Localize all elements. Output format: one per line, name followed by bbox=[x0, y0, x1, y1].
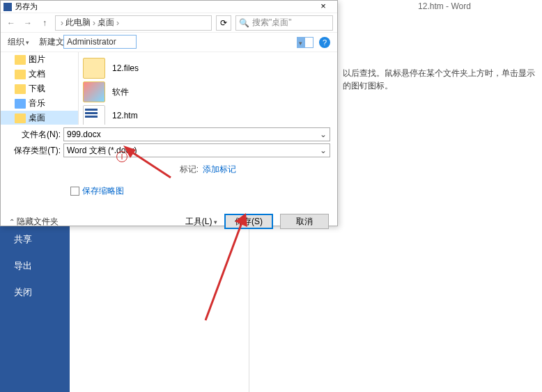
music-icon bbox=[15, 99, 26, 109]
file-item[interactable]: 软件 bbox=[83, 80, 333, 104]
tree-item-selected[interactable]: 桌面 bbox=[1, 111, 78, 125]
dialog-footer: 隐藏文件夹 工具(L) 保存(S) 取消 bbox=[1, 201, 337, 235]
save-form: 文件名(N): 999.docx 保存类型(T): Word 文档 (*.doc… bbox=[1, 125, 337, 201]
tools-menu[interactable]: 工具(L) bbox=[185, 216, 217, 228]
hide-folders-toggle[interactable]: 隐藏文件夹 bbox=[9, 216, 59, 228]
filetype-label: 保存类型(T): bbox=[8, 145, 63, 157]
folder-icon bbox=[15, 70, 26, 79]
folder-tree[interactable]: 图片 文档 下载 音乐 桌面 Win10 (C:) bbox=[1, 52, 79, 125]
forward-button[interactable]: → bbox=[22, 17, 34, 29]
folder-icon bbox=[83, 81, 105, 102]
dialog-titlebar: 另存为 × bbox=[1, 1, 337, 13]
save-thumbnail-checkbox[interactable] bbox=[70, 187, 79, 196]
save-button[interactable]: 保存(S) bbox=[224, 214, 273, 229]
hint-text: 以后查找。鼠标悬停在某个文件夹上方时，单击显示的图钉图标。 bbox=[343, 67, 538, 92]
nav-bar: ← → ↑ › 此电脑 › 桌面 › ⟳ 🔍 搜索"桌面" bbox=[1, 13, 337, 33]
dialog-title: 另存为 bbox=[15, 1, 312, 12]
toolbar: 组织 新建文件夹 Administrator ? bbox=[1, 33, 337, 52]
file-list[interactable]: 12.files 软件 12.htm bbox=[79, 52, 337, 125]
search-input[interactable]: 🔍 搜索"桌面" bbox=[235, 15, 333, 31]
breadcrumb-seg[interactable]: 桌面 bbox=[98, 17, 114, 29]
breadcrumb[interactable]: › 此电脑 › 桌面 › bbox=[55, 15, 212, 31]
folder-icon bbox=[83, 58, 105, 79]
search-placeholder: 搜索"桌面" bbox=[252, 17, 292, 29]
annotation-cursor-icon: I bbox=[116, 151, 127, 162]
add-tags-link[interactable]: 添加标记 bbox=[203, 164, 236, 175]
folder-icon bbox=[15, 55, 26, 65]
filetype-dropdown[interactable]: Word 文档 (*.docx) bbox=[63, 143, 330, 157]
svg-line-2 bbox=[206, 223, 242, 320]
close-button[interactable]: × bbox=[312, 1, 334, 13]
up-button[interactable]: ↑ bbox=[38, 17, 51, 29]
backstage-export[interactable]: 导出 bbox=[0, 253, 70, 279]
tree-item[interactable]: 文档 bbox=[1, 67, 78, 81]
folder-icon bbox=[15, 113, 26, 123]
file-item[interactable]: 12.files bbox=[83, 56, 333, 80]
document-icon bbox=[83, 105, 105, 125]
save-as-dialog: 另存为 × ← → ↑ › 此电脑 › 桌面 › ⟳ 🔍 搜索"桌面" 组织 新… bbox=[0, 0, 338, 226]
cancel-button[interactable]: 取消 bbox=[280, 214, 329, 229]
organize-menu[interactable]: 组织 bbox=[8, 36, 29, 48]
refresh-button[interactable]: ⟳ bbox=[216, 15, 231, 31]
tags-label: 标记: bbox=[8, 164, 203, 175]
file-browser: 图片 文档 下载 音乐 桌面 Win10 (C:) 12.files 软件 12… bbox=[1, 52, 337, 125]
tree-item[interactable]: 图片 bbox=[1, 52, 78, 67]
tree-item[interactable]: 下载 bbox=[1, 81, 78, 96]
app-icon bbox=[3, 3, 12, 11]
back-button[interactable]: ← bbox=[5, 17, 17, 29]
file-item[interactable]: 12.htm bbox=[83, 104, 333, 125]
view-toggle[interactable] bbox=[297, 37, 313, 48]
app-title: 12.htm - Word bbox=[347, 0, 542, 13]
filename-input[interactable]: 999.docx bbox=[63, 127, 330, 141]
help-icon[interactable]: ? bbox=[319, 37, 330, 48]
tree-item[interactable]: 音乐 bbox=[1, 96, 78, 111]
folder-icon bbox=[15, 84, 26, 94]
filename-label: 文件名(N): bbox=[8, 129, 63, 141]
search-icon: 🔍 bbox=[239, 18, 249, 28]
breadcrumb-seg[interactable]: 此电脑 bbox=[65, 17, 91, 29]
save-thumbnail-label[interactable]: 保存缩略图 bbox=[82, 185, 124, 197]
admin-field[interactable]: Administrator bbox=[63, 35, 137, 49]
backstage-close[interactable]: 关闭 bbox=[0, 279, 70, 306]
divider bbox=[249, 226, 249, 392]
